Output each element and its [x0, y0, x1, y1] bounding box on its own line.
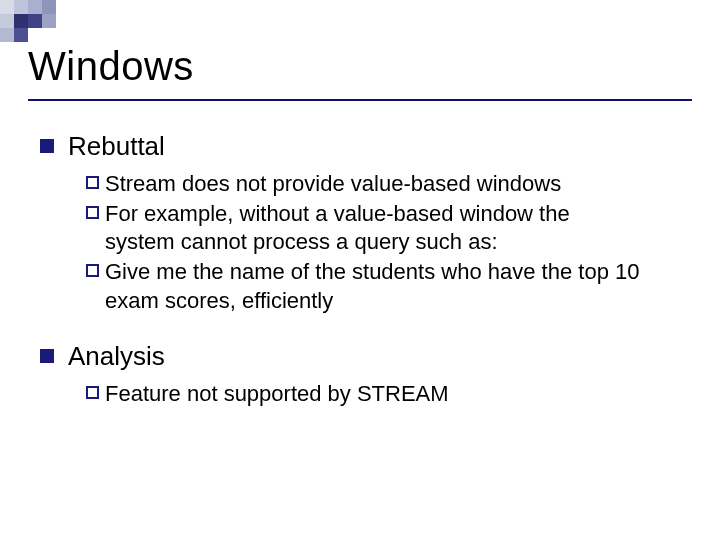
square-bullet-icon: [40, 139, 54, 153]
list-item: Feature not supported by STREAM: [86, 380, 680, 408]
section-heading-row: Rebuttal: [40, 131, 680, 162]
hollow-square-icon: [86, 264, 99, 277]
hollow-square-icon: [86, 386, 99, 399]
list-item-text: Feature not supported by STREAM: [105, 380, 449, 408]
list-item: Stream does not provide value-based wind…: [86, 170, 680, 198]
corner-decoration: [0, 0, 56, 42]
sub-list: Stream does not provide value-based wind…: [86, 170, 680, 315]
list-item-text: For example, without a value-based windo…: [105, 200, 645, 256]
title-area: Windows: [0, 0, 720, 89]
list-item: Give me the name of the students who hav…: [86, 258, 680, 314]
section-heading-row: Analysis: [40, 341, 680, 372]
hollow-square-icon: [86, 206, 99, 219]
list-item: For example, without a value-based windo…: [86, 200, 680, 256]
section-heading: Rebuttal: [68, 131, 165, 162]
section-heading: Analysis: [68, 341, 165, 372]
list-item-text: Stream does not provide value-based wind…: [105, 170, 561, 198]
square-bullet-icon: [40, 349, 54, 363]
section-analysis: Analysis Feature not supported by STREAM: [40, 341, 680, 408]
slide: Windows Rebuttal Stream does not provide…: [0, 0, 720, 540]
sub-list: Feature not supported by STREAM: [86, 380, 680, 408]
slide-title: Windows: [28, 44, 692, 89]
list-item-text: Give me the name of the students who hav…: [105, 258, 645, 314]
hollow-square-icon: [86, 176, 99, 189]
slide-body: Rebuttal Stream does not provide value-b…: [0, 101, 720, 408]
section-rebuttal: Rebuttal Stream does not provide value-b…: [40, 131, 680, 315]
